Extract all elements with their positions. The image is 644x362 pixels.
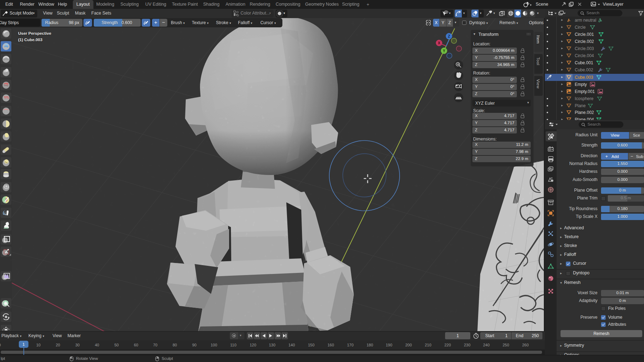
svg-text:Y: Y: [443, 49, 445, 53]
svg-text:X: X: [438, 41, 440, 45]
svg-text:Z: Z: [448, 34, 450, 38]
